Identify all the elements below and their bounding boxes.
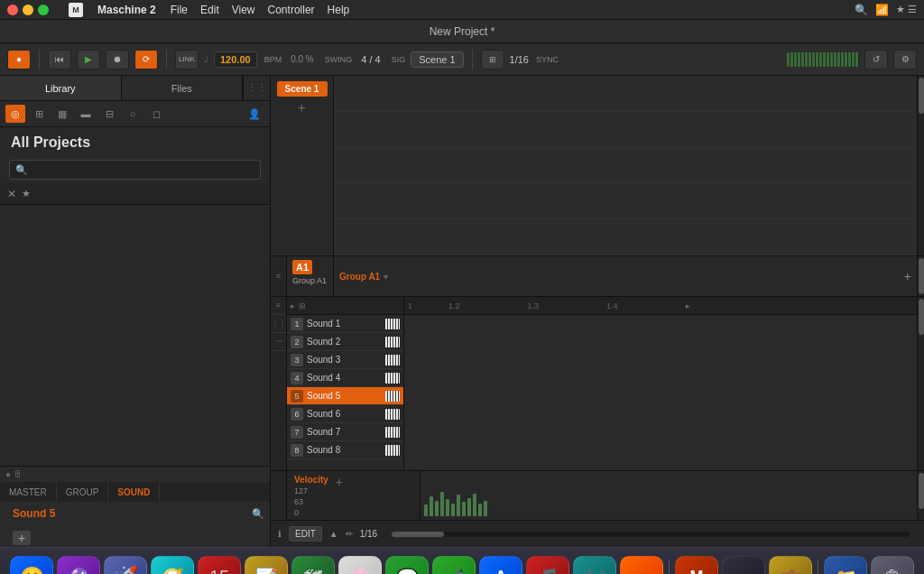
tab-sound[interactable]: SOUND	[108, 482, 160, 502]
piano-scrollbar-thumb[interactable]	[919, 299, 924, 335]
plugin-add-button[interactable]: +	[13, 531, 31, 545]
info-icon[interactable]: ℹ	[278, 529, 282, 539]
settings-button[interactable]: ⚙	[893, 50, 917, 69]
scene-name-button[interactable]: Scene 1	[277, 81, 328, 97]
record-button[interactable]: ●	[7, 50, 31, 69]
velocity-bar-3[interactable]	[440, 492, 444, 516]
reset-button[interactable]: ↺	[864, 50, 888, 69]
group-scrollbar-thumb[interactable]	[919, 258, 924, 294]
app-logo: M	[69, 3, 83, 17]
progress-bar[interactable]	[392, 532, 910, 537]
play-button[interactable]: ▶	[77, 50, 100, 69]
sidebar-menu-icon[interactable]: ⋮⋮	[243, 76, 270, 100]
group-scrollbar[interactable]	[917, 256, 924, 296]
fullscreen-button[interactable]	[38, 5, 49, 15]
piano-scrollbar[interactable]	[917, 297, 924, 470]
dock-siri[interactable]: 🔮	[57, 556, 100, 575]
dock-facetime[interactable]: 📹	[432, 556, 476, 575]
icon-user[interactable]: 👤	[245, 105, 264, 123]
icon-grid[interactable]: ⊞	[29, 105, 49, 123]
group-pattern-name[interactable]: A1	[292, 260, 312, 274]
scene-select[interactable]: Scene 1	[411, 51, 463, 68]
dock-appstore[interactable]: A	[479, 556, 522, 575]
velocity-bar-11[interactable]	[484, 501, 487, 516]
menu-help[interactable]: Help	[328, 4, 350, 16]
tab-files[interactable]: Files	[122, 76, 244, 100]
dock-maschine[interactable]: M	[675, 556, 718, 575]
tab-master[interactable]: MASTER	[0, 482, 57, 502]
menu-controller[interactable]: Controller	[268, 4, 315, 16]
plugin-icon-tune[interactable]: 🎚	[14, 469, 23, 479]
track-row-1[interactable]: 1 Sound 1	[287, 315, 403, 333]
grid-btn[interactable]: ⊞	[481, 50, 504, 69]
dock-jxpay[interactable]: 💼	[769, 556, 812, 575]
velocity-scrollbar-thumb[interactable]	[919, 473, 924, 509]
group-add-button[interactable]: +	[904, 269, 911, 283]
close-button[interactable]	[7, 5, 18, 15]
velocity-bar-5[interactable]	[451, 504, 455, 516]
track-row-2[interactable]: 2 Sound 2	[287, 333, 403, 351]
edit-button[interactable]: EDIT	[289, 526, 322, 542]
stop-button[interactable]: ⏺	[106, 50, 129, 69]
dock-finder2[interactable]: 📁	[824, 556, 867, 575]
dock-music[interactable]: 🎵	[526, 556, 569, 575]
dock-finder[interactable]: 😀	[10, 556, 53, 575]
plugin-icon-circle[interactable]: ●	[5, 469, 11, 479]
dock-transit[interactable]: 🚌	[620, 556, 663, 575]
icon-filter[interactable]: ⊟	[99, 105, 119, 123]
menu-edit[interactable]: Edit	[200, 4, 219, 16]
icon-bar-chart[interactable]: ▬	[76, 105, 96, 123]
icon-circle2[interactable]: ○	[123, 105, 143, 123]
menu-file[interactable]: File	[171, 4, 188, 16]
dock-notes[interactable]: 📝	[245, 556, 288, 575]
velocity-bar-7[interactable]	[462, 502, 466, 516]
dock-maps[interactable]: 🗺	[291, 556, 335, 575]
velocity-bar-10[interactable]	[478, 504, 482, 516]
pencil-icon[interactable]: ✏	[346, 529, 353, 539]
track-row-6[interactable]: 6 Sound 6	[287, 405, 403, 423]
dock-photos[interactable]: 🌸	[338, 556, 382, 575]
track-row-7[interactable]: 7 Sound 7	[287, 423, 403, 441]
bpm-display[interactable]: 120.00	[214, 51, 257, 68]
velocity-add[interactable]: +	[336, 475, 343, 489]
dock-calendar[interactable]: 15	[198, 556, 241, 575]
search-bar[interactable]: 🔍	[9, 160, 261, 180]
velocity-bar-6[interactable]	[457, 495, 460, 516]
up-icon[interactable]: ▲	[329, 529, 338, 539]
search-icon[interactable]: 🔍	[855, 4, 868, 16]
filter-star[interactable]: ★	[22, 188, 31, 199]
dock-launchpad[interactable]: 🚀	[104, 556, 147, 575]
group-name[interactable]: Group A1	[339, 272, 380, 282]
tab-group[interactable]: GROUP	[57, 482, 109, 502]
dock-itunes[interactable]: 🎶	[573, 556, 616, 575]
filter-clear[interactable]: ✕	[7, 188, 16, 200]
dock-messages[interactable]: 💬	[385, 556, 429, 575]
plugin-search-icon[interactable]: 🔍	[252, 508, 264, 520]
link-button[interactable]: LINK	[175, 50, 199, 69]
velocity-bar-8[interactable]	[467, 498, 471, 516]
rewind-button[interactable]: ⏮	[48, 50, 71, 69]
icon-grid2[interactable]: ▦	[52, 105, 72, 123]
tab-library[interactable]: Library	[0, 76, 122, 100]
icon-circle[interactable]: ◎	[5, 105, 25, 123]
velocity-bar-2[interactable]	[435, 501, 439, 516]
minimize-button[interactable]	[23, 5, 33, 15]
dock-terminal[interactable]: >_	[722, 556, 765, 575]
scene-add-button[interactable]: +	[298, 100, 306, 116]
velocity-bar-4[interactable]	[446, 499, 449, 516]
track-row-4[interactable]: 4 Sound 4	[287, 369, 403, 387]
track-row-8[interactable]: 8 Sound 8	[287, 441, 403, 459]
icon-person[interactable]: ◻	[146, 105, 166, 123]
loop-button[interactable]: ⟳	[134, 50, 158, 69]
velocity-bar-9[interactable]	[473, 494, 476, 516]
menu-view[interactable]: View	[232, 4, 255, 16]
track-row-5[interactable]: 5 Sound 5	[287, 387, 403, 405]
dock-trash[interactable]: 🗑	[871, 556, 914, 575]
track-row-3[interactable]: 3 Sound 3	[287, 351, 403, 369]
dock-safari[interactable]: 🧭	[151, 556, 194, 575]
velocity-bar-1[interactable]	[430, 496, 433, 516]
velocity-bar-0[interactable]	[424, 505, 428, 516]
scene-scrollbar-thumb[interactable]	[919, 78, 924, 114]
velocity-scrollbar[interactable]	[917, 471, 924, 520]
scene-scrollbar[interactable]	[917, 76, 924, 255]
